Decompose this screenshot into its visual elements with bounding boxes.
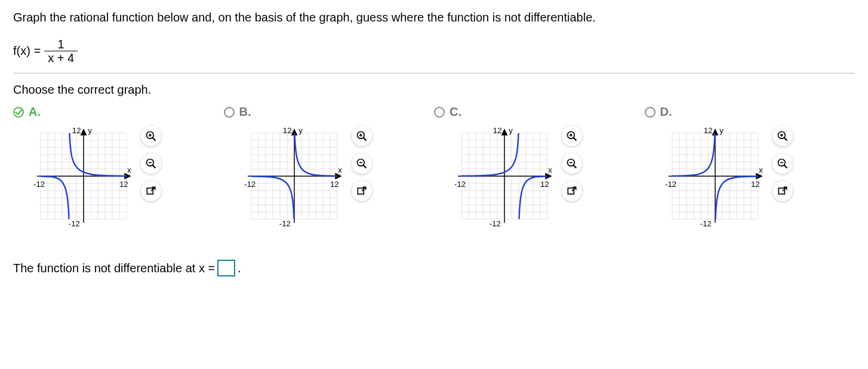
graph-d-y-label: y bbox=[719, 126, 724, 135]
svg-line-66 bbox=[363, 138, 366, 141]
svg-line-103 bbox=[574, 138, 577, 141]
formula: f(x) = 1 x + 4 bbox=[13, 38, 855, 64]
graph-d-ymin: -12 bbox=[700, 219, 711, 228]
formula-denominator: x + 4 bbox=[44, 51, 78, 64]
graph-a-xmax: 12 bbox=[119, 180, 128, 189]
zoom-out-icon bbox=[777, 158, 789, 170]
graph-d: y x 12 -12 -12 12 bbox=[661, 122, 769, 230]
svg-marker-101 bbox=[502, 130, 507, 135]
svg-rect-146 bbox=[778, 188, 784, 194]
zoom-out-button-c[interactable] bbox=[562, 153, 582, 174]
svg-line-70 bbox=[363, 165, 366, 168]
zoom-in-button-c[interactable] bbox=[562, 126, 582, 146]
graph-a: y x 12 -12 -12 12 bbox=[30, 122, 137, 230]
svg-line-33 bbox=[153, 165, 156, 168]
graph-a-y-label: y bbox=[88, 126, 92, 135]
popout-button-b[interactable] bbox=[352, 181, 372, 201]
graph-d-xmax: 12 bbox=[751, 180, 760, 189]
option-a: A. y bbox=[13, 105, 224, 230]
answer-suffix: . bbox=[238, 262, 241, 275]
option-c-letter: C. bbox=[450, 105, 461, 119]
graph-c-xmin: -12 bbox=[454, 180, 466, 189]
graph-d-ymax: 12 bbox=[703, 126, 712, 135]
zoom-in-button-d[interactable] bbox=[772, 126, 793, 146]
graph-b-y-label: y bbox=[298, 126, 303, 135]
graph-a-xmin: -12 bbox=[33, 180, 45, 189]
graph-b-xmin: -12 bbox=[244, 180, 256, 189]
popout-button-a[interactable] bbox=[141, 181, 161, 201]
answer-input[interactable] bbox=[217, 260, 235, 276]
zoom-in-button-b[interactable] bbox=[352, 126, 372, 146]
popout-icon bbox=[145, 185, 157, 197]
option-b-letter: B. bbox=[239, 105, 251, 119]
graph-c-ymin: -12 bbox=[490, 219, 501, 228]
zoom-in-icon bbox=[777, 130, 789, 142]
choose-graph-label: Choose the correct graph. bbox=[13, 83, 855, 97]
zoom-out-button-a[interactable] bbox=[141, 153, 161, 174]
popout-button-c[interactable] bbox=[562, 181, 582, 201]
formula-fraction: 1 x + 4 bbox=[44, 38, 78, 64]
graph-b-ymax: 12 bbox=[282, 126, 291, 135]
radio-c[interactable] bbox=[434, 107, 445, 118]
radio-a[interactable] bbox=[13, 107, 24, 118]
question-text: Graph the rational function below and, o… bbox=[13, 11, 855, 24]
graph-c-xmax: 12 bbox=[540, 180, 549, 189]
answer-prefix: The function is not differentiable at x … bbox=[13, 262, 215, 275]
formula-numerator: 1 bbox=[54, 38, 68, 51]
zoom-out-button-b[interactable] bbox=[352, 153, 372, 174]
graph-d-xmin: -12 bbox=[665, 180, 676, 189]
radio-d[interactable] bbox=[645, 107, 655, 118]
option-b: B. y bbox=[224, 105, 435, 230]
answer-row: The function is not differentiable at x … bbox=[13, 260, 855, 276]
graph-a-ymax: 12 bbox=[72, 126, 81, 135]
graph-d-x-label: x bbox=[759, 165, 763, 174]
option-a-letter: A. bbox=[29, 105, 41, 119]
option-d: D. y bbox=[645, 105, 855, 230]
radio-b[interactable] bbox=[224, 107, 235, 118]
zoom-in-icon bbox=[566, 130, 578, 142]
svg-line-29 bbox=[153, 138, 156, 141]
zoom-out-icon bbox=[356, 158, 368, 170]
zoom-in-icon bbox=[356, 130, 368, 142]
popout-icon bbox=[566, 185, 578, 197]
options-row: A. y bbox=[13, 105, 855, 230]
popout-button-d[interactable] bbox=[772, 181, 793, 201]
svg-line-144 bbox=[784, 165, 787, 168]
checkmark-icon bbox=[14, 107, 23, 117]
graph-b-x-label: x bbox=[338, 165, 342, 174]
graph-a-x-label: x bbox=[127, 165, 131, 174]
zoom-in-icon bbox=[145, 130, 157, 142]
popout-icon bbox=[356, 185, 368, 197]
svg-line-107 bbox=[574, 165, 577, 168]
graph-b: y x 12 -12 -12 12 bbox=[241, 122, 348, 230]
option-d-letter: D. bbox=[660, 105, 672, 119]
graph-a-ymin: -12 bbox=[69, 219, 80, 228]
graph-c-y-label: y bbox=[509, 126, 513, 135]
divider bbox=[13, 73, 855, 73]
graph-b-ymin: -12 bbox=[279, 219, 290, 228]
svg-rect-72 bbox=[358, 188, 364, 194]
zoom-out-icon bbox=[145, 158, 157, 170]
zoom-out-icon bbox=[566, 158, 578, 170]
zoom-out-button-d[interactable] bbox=[772, 153, 793, 174]
graph-c-x-label: x bbox=[548, 165, 552, 174]
formula-lhs: f(x) = bbox=[13, 44, 41, 58]
zoom-in-button-a[interactable] bbox=[141, 126, 161, 146]
svg-rect-109 bbox=[568, 188, 574, 194]
graph-c-ymax: 12 bbox=[493, 126, 502, 135]
graph-b-xmax: 12 bbox=[330, 180, 339, 189]
popout-icon bbox=[777, 185, 789, 197]
svg-marker-27 bbox=[81, 130, 86, 135]
svg-line-140 bbox=[784, 138, 787, 141]
option-c: C. y bbox=[434, 105, 645, 230]
graph-c: y x 12 -12 -12 12 bbox=[451, 122, 558, 230]
svg-rect-35 bbox=[147, 188, 153, 194]
